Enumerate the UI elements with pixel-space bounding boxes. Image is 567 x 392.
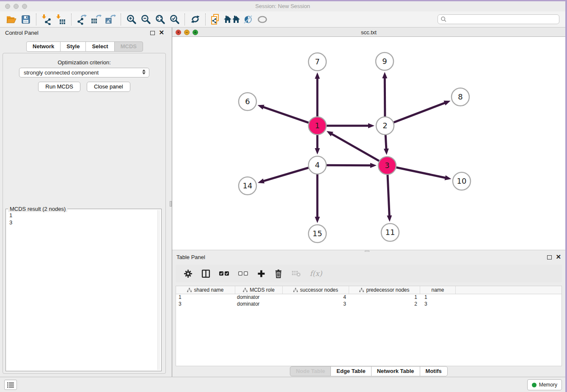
graph-node-8[interactable]: 8 bbox=[451, 88, 469, 106]
graph-node-6[interactable]: 6 bbox=[239, 93, 256, 110]
zoom-selected-icon[interactable] bbox=[167, 13, 182, 26]
graph-node-3[interactable]: 3 bbox=[378, 157, 396, 174]
add-column-icon[interactable] bbox=[257, 270, 265, 278]
namespace-icon bbox=[243, 288, 248, 293]
close-table-panel-icon[interactable]: ✕ bbox=[556, 254, 561, 260]
column-header-name[interactable]: name bbox=[420, 286, 456, 294]
column-chooser-icon[interactable] bbox=[201, 269, 210, 278]
mcds-panel-body: Optimization criterion: strongly connect… bbox=[3, 53, 166, 374]
settings-gear-icon[interactable] bbox=[184, 269, 193, 278]
float-panel-icon[interactable] bbox=[150, 31, 155, 35]
tab-network-table[interactable]: Network Table bbox=[371, 366, 420, 376]
network-window: × − + scc.txt 7968124314101511 bbox=[172, 28, 565, 250]
splitter-grip[interactable] bbox=[170, 201, 172, 207]
tab-edge-table[interactable]: Edge Table bbox=[330, 366, 371, 376]
save-session-icon[interactable] bbox=[19, 13, 33, 26]
graph-edge-4-3[interactable] bbox=[327, 163, 377, 168]
search-input[interactable] bbox=[447, 15, 559, 24]
table-row[interactable]: 3 dominator 3 2 3 bbox=[176, 301, 561, 308]
column-header-mcds-role[interactable]: MCDS role bbox=[235, 286, 283, 294]
open-session-icon[interactable] bbox=[4, 13, 19, 26]
table-panel: Table Panel ✕ bbox=[172, 252, 565, 377]
column-header-shared-name[interactable]: shared name bbox=[176, 286, 235, 294]
graph-edge-3-10[interactable] bbox=[396, 168, 451, 180]
search-field[interactable] bbox=[438, 14, 559, 24]
graph-edge-4-15[interactable] bbox=[315, 174, 320, 223]
mcds-list-scrollbar[interactable] bbox=[157, 210, 160, 370]
graph-edge-2-9[interactable] bbox=[382, 72, 387, 116]
status-bar: Memory bbox=[0, 377, 565, 392]
svg-text:11: 11 bbox=[385, 228, 395, 237]
window-title: Session: New Session bbox=[0, 3, 565, 9]
delete-column-icon[interactable] bbox=[274, 269, 283, 278]
criterion-select[interactable]: strongly connected component bbox=[19, 68, 149, 77]
function-builder-icon[interactable]: f(x) bbox=[310, 269, 322, 278]
graph-edge-1-6[interactable] bbox=[258, 105, 309, 122]
list-icon bbox=[7, 382, 14, 388]
clone-network-icon[interactable] bbox=[209, 13, 223, 26]
task-history-button[interactable] bbox=[4, 380, 17, 390]
graph-edge-2-8[interactable] bbox=[394, 101, 451, 122]
export-network-icon[interactable] bbox=[74, 13, 89, 26]
graph-node-7[interactable]: 7 bbox=[308, 53, 326, 71]
tab-network[interactable]: Network bbox=[26, 41, 61, 52]
main-titlebar[interactable]: Session: New Session bbox=[0, 1, 565, 11]
vertical-splitter[interactable] bbox=[169, 28, 172, 377]
graph-node-11[interactable]: 11 bbox=[381, 224, 399, 241]
graph-node-15[interactable]: 15 bbox=[308, 225, 326, 243]
graph-edge-3-1[interactable] bbox=[327, 131, 379, 161]
graph-node-4[interactable]: 4 bbox=[308, 156, 326, 174]
tab-node-table[interactable]: Node Table bbox=[290, 366, 331, 376]
tab-select[interactable]: Select bbox=[85, 41, 114, 52]
select-all-icon[interactable] bbox=[219, 271, 229, 276]
graph-edge-1-7[interactable] bbox=[315, 72, 320, 116]
export-table-icon[interactable] bbox=[89, 13, 103, 26]
column-header-predecessor-nodes[interactable]: predecessor nodes bbox=[349, 286, 420, 294]
tab-mcds[interactable]: MCDS bbox=[114, 41, 143, 52]
column-header-successor-nodes[interactable]: successor nodes bbox=[283, 286, 349, 294]
graph-node-9[interactable]: 9 bbox=[376, 52, 394, 70]
svg-text:8: 8 bbox=[458, 92, 462, 101]
graph-edge-1-2[interactable] bbox=[327, 123, 374, 128]
graph-edge-1-4[interactable] bbox=[315, 135, 320, 155]
close-panel-icon[interactable]: ✕ bbox=[159, 29, 164, 36]
mcds-result-item[interactable]: 1 bbox=[9, 212, 157, 219]
graph-node-10[interactable]: 10 bbox=[453, 172, 471, 190]
tab-style[interactable]: Style bbox=[60, 41, 86, 52]
close-panel-button[interactable]: Close panel bbox=[87, 82, 130, 92]
memory-button[interactable]: Memory bbox=[527, 379, 562, 390]
zoom-fit-icon[interactable] bbox=[153, 13, 167, 26]
memory-status-icon bbox=[532, 383, 537, 387]
network-window-titlebar[interactable]: × − + scc.txt bbox=[172, 28, 565, 37]
float-table-panel-icon[interactable] bbox=[547, 255, 552, 259]
table-row[interactable]: 1 dominator 4 1 1 bbox=[176, 294, 561, 301]
reset-views-icon[interactable] bbox=[223, 13, 241, 26]
table-panel-header: Table Panel ✕ bbox=[172, 252, 565, 263]
refresh-icon[interactable] bbox=[188, 13, 202, 26]
network-window-title: scc.txt bbox=[172, 29, 565, 36]
delete-table-icon[interactable] bbox=[292, 270, 301, 277]
svg-text:10: 10 bbox=[457, 177, 467, 185]
export-image-icon[interactable] bbox=[103, 13, 118, 26]
graph-node-14[interactable]: 14 bbox=[239, 177, 256, 195]
graph-edge-3-11[interactable] bbox=[387, 175, 392, 222]
graph-edge-2-3[interactable] bbox=[384, 135, 389, 155]
svg-text:6: 6 bbox=[245, 97, 250, 106]
memory-label: Memory bbox=[539, 382, 557, 388]
birdseye-view-icon[interactable] bbox=[255, 13, 270, 26]
graphics-details-icon[interactable] bbox=[241, 13, 255, 26]
graph-node-1[interactable]: 1 bbox=[308, 117, 326, 135]
mcds-result-item[interactable]: 3 bbox=[9, 219, 157, 226]
tab-motifs[interactable]: Motifs bbox=[420, 366, 448, 376]
zoom-out-icon[interactable] bbox=[138, 13, 153, 26]
import-table-icon[interactable] bbox=[54, 13, 68, 26]
table-toolbar: f(x) bbox=[176, 265, 562, 282]
graph-node-2[interactable]: 2 bbox=[376, 117, 394, 135]
graph-edge-4-14[interactable] bbox=[258, 168, 308, 183]
import-network-icon[interactable] bbox=[39, 13, 54, 26]
run-mcds-button[interactable]: Run MCDS bbox=[38, 82, 80, 92]
deselect-all-icon[interactable] bbox=[238, 271, 248, 276]
network-canvas[interactable]: 7968124314101511 bbox=[172, 37, 565, 249]
zoom-in-icon[interactable] bbox=[124, 13, 138, 26]
toolbar-separator bbox=[205, 14, 206, 25]
